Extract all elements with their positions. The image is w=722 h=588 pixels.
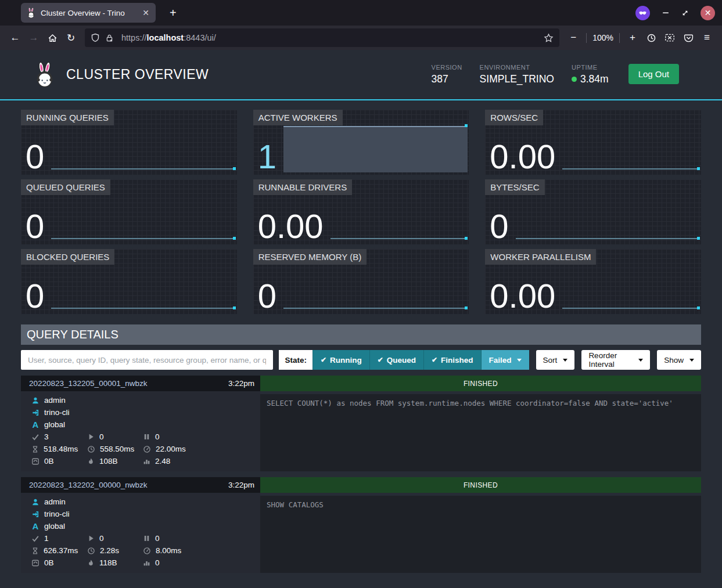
- execution-time-value: 8.00ms: [156, 546, 181, 555]
- query-details-toolbar: State: ✔Running ✔Queued ✔Finished Failed…: [21, 350, 701, 370]
- state-filter-queued[interactable]: ✔Queued: [369, 350, 423, 370]
- sparkline-line: [331, 238, 466, 239]
- new-tab-button[interactable]: +: [165, 5, 181, 21]
- completed-splits-value: 3: [44, 432, 49, 441]
- query-stats-panel: admin trino-cli A global 1 0: [21, 493, 260, 573]
- queued-splits: 0: [143, 534, 160, 543]
- url-bar[interactable]: https://localhost:8443/ui/: [85, 28, 559, 47]
- close-window-button[interactable]: ✕: [701, 6, 715, 20]
- separator: [586, 33, 587, 43]
- tab-close-icon[interactable]: ✕: [141, 8, 150, 17]
- url-path: :8443/ui/: [184, 33, 216, 42]
- menu-hamburger-icon[interactable]: ≡: [698, 29, 716, 46]
- sort-dropdown[interactable]: Sort: [536, 350, 575, 370]
- url-host: localhost: [147, 33, 184, 42]
- stat-card-worker-parallelism: WORKER PARALLELISM 0.00: [485, 249, 701, 314]
- sparkline-chart: [283, 126, 468, 172]
- query-source-value: trino-cli: [44, 510, 70, 518]
- separator: [619, 33, 620, 43]
- chevron-down-icon: [638, 359, 643, 362]
- stat-card-blocked-queries: BLOCKED QUERIES 0: [21, 249, 237, 314]
- zoom-level[interactable]: 100%: [590, 33, 616, 42]
- screenshot-icon[interactable]: [660, 29, 679, 46]
- restore-button[interactable]: [681, 9, 689, 17]
- query-source-value: trino-cli: [44, 408, 70, 417]
- check-icon: ✔: [321, 356, 326, 364]
- stat-card-value: 0: [26, 280, 44, 312]
- wall-time: 626.37ms: [31, 546, 87, 555]
- back-button[interactable]: ←: [6, 29, 24, 46]
- tracking-shield-icon[interactable]: [91, 33, 100, 42]
- environment-value: SIMPLE_TRINO: [480, 73, 554, 85]
- sparkline-endpoint-dot: [697, 306, 700, 309]
- query-resource-group: A global: [31, 420, 65, 430]
- stat-card-value: 0.00: [490, 280, 555, 312]
- hourglass-icon: [31, 547, 39, 555]
- zoom-out-button[interactable]: −: [564, 29, 583, 46]
- version-stat: VERSION 387: [432, 64, 462, 85]
- execution-time: 8.00ms: [143, 546, 181, 555]
- query-splits-row: 3 0 0: [31, 431, 260, 443]
- bookmark-star-icon[interactable]: [544, 33, 554, 43]
- sparkline-chart: [51, 196, 235, 242]
- cpu-time-value: 2.28s: [100, 546, 119, 555]
- forward-button[interactable]: →: [24, 29, 43, 46]
- current-memory: 0B: [31, 558, 87, 567]
- queued-splits: 0: [143, 432, 160, 441]
- stat-card-value: 0: [26, 210, 44, 242]
- show-dropdown[interactable]: Show: [657, 350, 701, 370]
- history-clock-icon[interactable]: [642, 29, 660, 46]
- stat-card-reserved-memory: RESERVED MEMORY (B) 0: [253, 249, 469, 314]
- state-filter-finished[interactable]: ✔Finished: [423, 350, 481, 370]
- stat-card-label: WORKER PARALLELISM: [485, 249, 596, 265]
- logout-button[interactable]: Log Out: [628, 64, 679, 84]
- reorder-interval-dropdown[interactable]: Reorder Interval: [581, 350, 650, 370]
- zoom-in-button[interactable]: +: [623, 29, 642, 46]
- connection-lock-icon[interactable]: [105, 34, 114, 42]
- wall-time-value: 518.48ms: [44, 445, 78, 453]
- reload-button[interactable]: ↻: [62, 29, 80, 46]
- query-user-row: admin: [31, 394, 260, 406]
- sparkline-line: [51, 308, 234, 309]
- query-times-row: 626.37ms 2.28s 8.00ms: [31, 544, 260, 557]
- sparkline-endpoint-dot: [465, 237, 468, 240]
- stat-card-queued-queries: QUEUED QUERIES 0: [21, 179, 237, 244]
- state-filter-failed-dropdown[interactable]: Failed: [481, 350, 529, 370]
- execution-time-value: 22.00ms: [156, 445, 186, 453]
- state-filter-running[interactable]: ✔Running: [312, 350, 369, 370]
- query-memory-row: 0B 118B 0: [31, 557, 260, 569]
- home-button[interactable]: [43, 29, 62, 46]
- pocket-save-icon[interactable]: [679, 29, 698, 46]
- browser-tab[interactable]: Cluster Overview - Trino ✕: [21, 3, 156, 23]
- query-id-link[interactable]: 20220823_132205_00001_nwbzk: [29, 379, 147, 388]
- sign-in-icon: [31, 510, 39, 518]
- chevron-down-icon: [563, 359, 567, 362]
- running-splits: 0: [87, 432, 143, 441]
- query-user: admin: [31, 497, 66, 506]
- query-search-input[interactable]: [21, 350, 273, 370]
- sparkline-endpoint-dot: [697, 237, 700, 240]
- query-id-link[interactable]: 20220823_132202_00000_nwbzk: [29, 481, 147, 489]
- pause-icon: [143, 433, 150, 441]
- private-browsing-icon: [635, 6, 650, 20]
- completed-splits-value: 1: [44, 534, 49, 543]
- sparkline-endpoint-dot: [697, 167, 700, 170]
- query-source: trino-cli: [31, 408, 70, 417]
- sparkline-endpoint-dot: [233, 306, 236, 309]
- current-memory-value: 0B: [44, 457, 54, 466]
- query-times-row: 518.48ms 558.50ms 22.00ms: [31, 443, 260, 455]
- check-icon: ✔: [432, 356, 437, 364]
- current-memory-value: 0B: [44, 558, 54, 567]
- state-filter-group: State: ✔Running ✔Queued ✔Finished Failed: [279, 350, 529, 370]
- sparkline-endpoint-dot: [465, 306, 468, 309]
- minimize-button[interactable]: [662, 9, 670, 17]
- stat-card-label: BLOCKED QUERIES: [21, 249, 114, 265]
- state-filter-running-label: Running: [330, 356, 362, 365]
- sparkline-line: [516, 238, 698, 239]
- execution-time: 22.00ms: [143, 445, 186, 453]
- url-text: https://localhost:8443/ui/: [121, 33, 216, 42]
- parallelism: 2.48: [143, 457, 170, 466]
- chevron-down-icon: [689, 359, 694, 362]
- query-list-item: 20220823_132205_00001_nwbzk 3:22pm FINIS…: [21, 376, 701, 471]
- stat-card-running-queries: RUNNING QUERIES 0: [21, 110, 237, 175]
